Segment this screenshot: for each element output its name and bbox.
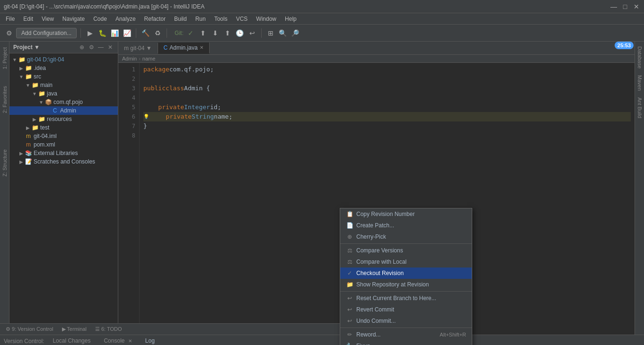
menu-window[interactable]: Window	[252, 15, 280, 23]
git-commit-icon[interactable]: ⬆	[198, 28, 208, 38]
ctx-compare-local[interactable]: ⚖ Compare with Local	[340, 256, 472, 267]
tab-favorites[interactable]: 2: Favorites	[0, 82, 9, 117]
tree-package[interactable]: ▼ 📦 com.qf.pojo	[9, 98, 118, 106]
menu-help[interactable]: Help	[281, 15, 300, 23]
tree-java[interactable]: ▼ 📁 java	[9, 89, 118, 98]
toolbar-split-icon[interactable]: ⊞	[265, 28, 276, 38]
database-tab[interactable]: Database	[636, 43, 644, 71]
git-update-icon[interactable]: ⬇	[210, 28, 221, 38]
menu-navigate[interactable]: Navigate	[59, 15, 88, 23]
menu-build[interactable]: Build	[170, 15, 191, 23]
tree-root[interactable]: ▼ 📁 git-04 D:\git-04	[9, 55, 118, 64]
project-folder-icon: 📁	[18, 56, 26, 63]
ctx-compare-icon: ⚖	[346, 247, 353, 254]
breadcrumb-admin[interactable]: Admin	[122, 56, 137, 61]
maximize-button[interactable]: □	[621, 3, 629, 10]
tree-resources[interactable]: ▶ 📁 resources	[9, 115, 118, 123]
toolbar-run-icon[interactable]: ▶	[85, 28, 95, 38]
minimize-button[interactable]: —	[610, 3, 618, 10]
project-settings-icon[interactable]: ⚙	[88, 43, 95, 51]
tree-pkg-arrow: ▼	[38, 100, 44, 105]
tree-test[interactable]: ▶ 📁 test	[9, 123, 118, 132]
project-collapse-icon[interactable]: —	[97, 43, 105, 51]
menu-refactor[interactable]: Refactor	[141, 15, 169, 23]
console-close[interactable]: ✕	[128, 338, 132, 344]
toolbar-build-icon[interactable]: 🔨	[140, 28, 150, 38]
add-configuration-button[interactable]: Add Configuration...	[16, 28, 77, 38]
ctx-reset-branch[interactable]: ↩ Reset Current Branch to Here...	[340, 293, 472, 304]
ctx-sep2	[340, 291, 472, 292]
toolbar-profile-icon[interactable]: 📈	[122, 28, 132, 38]
toolbar-search-icon[interactable]: 🔎	[290, 28, 300, 38]
project-tree: ▼ 📁 git-04 D:\git-04 ▶ 📁 .idea ▼ 📁 src	[9, 53, 118, 335]
toolbar-reload-icon[interactable]: ♻	[152, 28, 163, 38]
toolbar-sep2	[136, 28, 136, 38]
ctx-cherry-pick[interactable]: ⊕ Cherry-Pick	[340, 231, 472, 242]
tree-scratches[interactable]: ▶ 📝 Scratches and Consoles	[9, 157, 118, 166]
menu-view[interactable]: View	[38, 15, 58, 23]
ctx-show-repo[interactable]: 📁 Show Repository at Revision	[340, 279, 472, 290]
tree-main[interactable]: ▼ 📁 main	[9, 81, 118, 89]
ctx-revert-commit[interactable]: ↩ Revert Commit	[340, 304, 472, 315]
window-controls: — □ ✕	[610, 3, 640, 10]
tab-structure[interactable]: Z: Structure	[0, 146, 9, 180]
bottom-tab-todo[interactable]: ☰ 6: TODO	[91, 325, 126, 333]
vc-header: Version Control: Local Changes Console ✕…	[0, 335, 644, 345]
tab-console[interactable]: Console ✕	[99, 336, 136, 345]
tab-local-changes[interactable]: Local Changes	[48, 336, 95, 345]
git-push-icon[interactable]: ⬆	[222, 28, 233, 38]
test-folder-icon: 📁	[31, 124, 39, 131]
code-line-7: }	[143, 121, 631, 131]
tree-res-label: resources	[47, 116, 72, 122]
code-line-5: private Integer id;	[143, 103, 631, 112]
tree-admin-class[interactable]: C Admin	[9, 106, 118, 115]
ant-build-tab[interactable]: Ant Build	[636, 95, 644, 121]
tree-src[interactable]: ▼ 📁 src	[9, 72, 118, 81]
tree-idea[interactable]: ▶ 📁 .idea	[9, 64, 118, 72]
menu-vcs[interactable]: VCS	[232, 15, 252, 23]
line-num-5: 5	[120, 103, 135, 112]
resources-folder-icon: 📁	[38, 116, 45, 122]
git-history-icon[interactable]: 🕒	[235, 28, 245, 38]
bottom-tool-tabs: ⚙ 9: Version Control ▶ Terminal ☰ 6: TOD…	[0, 323, 345, 335]
menu-analyze[interactable]: Analyze	[112, 15, 140, 23]
menu-run[interactable]: Run	[192, 15, 210, 23]
menu-edit[interactable]: Edit	[19, 15, 37, 23]
tab-project[interactable]: 1: Project	[0, 43, 9, 73]
ctx-copy-revision[interactable]: 📋 Copy Revision Number	[340, 208, 472, 220]
bottom-tab-version-control[interactable]: ⚙ 9: Version Control	[2, 325, 57, 333]
project-hide-icon[interactable]: ✕	[106, 43, 114, 51]
tree-ext-libs[interactable]: ▶ 📚 External Libraries	[9, 149, 118, 157]
tree-iml[interactable]: m git-04.iml	[9, 132, 118, 140]
ctx-reword[interactable]: ✏ Reword... Alt+Shift+R	[340, 329, 472, 340]
ctx-create-patch[interactable]: 📄 Create Patch...	[340, 220, 472, 231]
ctx-checkout-revision[interactable]: ✓ Checkout Revision	[340, 267, 472, 279]
tree-pkg-label: com.qf.pojo	[53, 99, 83, 105]
tab-git04[interactable]: m git-04 ▼	[118, 43, 158, 53]
bottom-panel: Version Control: Local Changes Console ✕…	[0, 335, 644, 345]
bottom-tab-terminal[interactable]: ▶ Terminal	[58, 325, 90, 333]
menu-code[interactable]: Code	[89, 15, 111, 23]
scratches-icon: 📝	[25, 158, 32, 165]
scroll-timer: 25:53	[615, 42, 634, 49]
breadcrumb-name[interactable]: name	[142, 56, 156, 61]
tab-log[interactable]: Log	[141, 336, 159, 345]
toolbar-sep3	[167, 28, 167, 38]
ctx-undo-commit[interactable]: ↩ Undo Commit...	[340, 315, 472, 327]
close-button[interactable]: ✕	[633, 3, 640, 10]
toolbar-debug-icon[interactable]: 🐛	[97, 28, 107, 38]
toolbar-coverage-icon[interactable]: 📊	[109, 28, 120, 38]
ctx-fixup[interactable]: 🔧 Fixup...	[340, 340, 472, 345]
git-check-icon[interactable]: ✓	[185, 28, 196, 38]
maven-tab[interactable]: Maven	[636, 72, 644, 94]
ctx-compare-versions[interactable]: ⚖ Compare Versions	[340, 245, 472, 256]
tab-admin-java[interactable]: C Admin.java ✕	[158, 43, 210, 54]
tree-pom[interactable]: m pom.xml	[9, 140, 118, 149]
toolbar-gear-icon[interactable]: ⚙	[4, 28, 14, 38]
toolbar-settings-icon[interactable]: 🔍	[278, 28, 288, 38]
menu-tools[interactable]: Tools	[211, 15, 231, 23]
tab-admin-close[interactable]: ✕	[200, 45, 203, 50]
menu-file[interactable]: File	[2, 15, 18, 23]
git-revert-icon[interactable]: ↩	[247, 28, 257, 38]
project-locate-icon[interactable]: ⊕	[78, 43, 86, 51]
